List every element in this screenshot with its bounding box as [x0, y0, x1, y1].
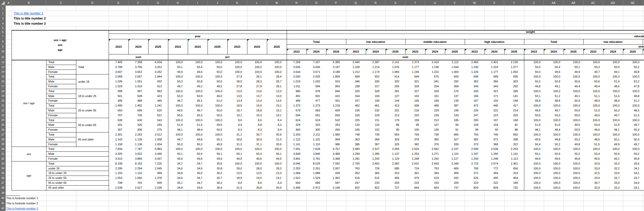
data-cell[interactable]: 205 — [445, 180, 465, 185]
data-cell[interactable]: 13,3 — [267, 171, 287, 176]
data-cell[interactable]: 276 — [445, 89, 465, 94]
data-cell[interactable]: 225 — [346, 118, 366, 123]
data-cell[interactable]: 137 — [445, 94, 465, 99]
data-cell[interactable]: 222 — [484, 108, 504, 113]
data-cell[interactable]: 100,0 — [247, 161, 267, 166]
data-cell[interactable]: 2.262 — [128, 132, 148, 137]
data-cell[interactable]: 737 — [445, 185, 465, 190]
data-cell[interactable]: 32,5 — [583, 171, 603, 176]
data-cell[interactable]: 3.446 — [148, 151, 168, 156]
data-cell[interactable]: 1.039 — [109, 79, 128, 84]
data-cell[interactable]: 346 — [346, 79, 366, 84]
data-cell[interactable]: 1.553 — [109, 176, 128, 180]
data-cell[interactable]: 660 — [504, 132, 524, 137]
select-all-corner[interactable] — [0, 0, 6, 6]
data-cell[interactable]: 378 — [405, 137, 425, 142]
data-cell[interactable]: 8,6 — [247, 180, 267, 185]
data-cell[interactable]: 2.715 — [465, 161, 484, 166]
data-cell[interactable]: 1.011 — [287, 84, 306, 89]
data-cell[interactable]: 49,7 — [583, 70, 603, 74]
stub-cell[interactable]: Total — [46, 147, 109, 151]
data-cell[interactable]: 2.068 — [109, 74, 128, 79]
data-cell[interactable]: 34,6 — [168, 166, 188, 171]
data-cell[interactable]: 600 — [445, 74, 465, 79]
data-cell[interactable]: 329 — [425, 89, 445, 94]
year-header-cell[interactable]: 2023 — [465, 49, 484, 54]
data-cell[interactable]: 100,0 — [247, 147, 267, 151]
data-cell[interactable]: 49,7 — [188, 108, 208, 113]
data-cell[interactable]: 33,3 — [603, 185, 623, 190]
data-cell[interactable]: 50,5 — [168, 113, 188, 118]
data-cell[interactable]: 2.237 — [445, 147, 465, 151]
data-cell[interactable]: 2.045 — [148, 166, 168, 171]
data-cell[interactable]: 308 — [445, 84, 465, 89]
data-cell[interactable]: 2.456 — [465, 60, 484, 65]
data-cell[interactable]: 31,1 — [227, 132, 247, 137]
data-cell[interactable]: 30,8 — [247, 185, 267, 190]
data-cell[interactable]: 986 — [326, 142, 346, 147]
data-cell[interactable]: 100,0 — [267, 70, 287, 74]
data-cell[interactable]: 3.697 — [109, 70, 128, 74]
data-cell[interactable]: 2.349 — [445, 161, 465, 166]
data-cell[interactable]: 1.044 — [445, 65, 465, 70]
row-number-22[interactable]: 22 — [0, 108, 6, 113]
data-cell[interactable]: 1.177 — [405, 65, 425, 70]
data-cell[interactable]: 365 — [366, 171, 386, 176]
data-cell[interactable]: 685 — [386, 166, 405, 171]
row-number-9[interactable]: 9 — [0, 44, 6, 49]
data-cell[interactable]: 1.218 — [326, 103, 346, 108]
data-cell[interactable]: 51,2 — [623, 98, 643, 103]
year-header-cell[interactable]: 2025 — [504, 49, 524, 54]
data-cell[interactable]: 333 — [465, 89, 484, 94]
data-cell[interactable]: 100,0 — [188, 147, 208, 151]
data-cell[interactable]: 376 — [425, 142, 445, 147]
data-cell[interactable]: 508 — [128, 94, 148, 99]
data-cell[interactable]: 13,4 — [247, 98, 267, 103]
data-cell[interactable]: 292 — [445, 79, 465, 84]
data-cell[interactable]: 432 — [445, 176, 465, 180]
data-cell[interactable]: 100,0 — [208, 89, 227, 94]
data-cell[interactable]: 144 — [386, 98, 405, 103]
data-cell[interactable]: 105 — [346, 127, 366, 132]
data-cell[interactable]: 491 — [287, 94, 306, 99]
data-cell[interactable]: 100,0 — [227, 147, 247, 151]
data-cell[interactable]: 13,7 — [247, 94, 267, 99]
data-cell[interactable]: 31,0 — [267, 137, 287, 142]
data-cell[interactable]: 100,0 — [564, 89, 583, 94]
data-cell[interactable]: 214 — [504, 108, 524, 113]
data-cell[interactable]: 1.242 — [366, 156, 386, 161]
data-cell[interactable]: 472 — [465, 103, 484, 108]
data-cell[interactable]: 34,1 — [623, 166, 643, 171]
data-cell[interactable]: 30,7 — [247, 132, 267, 137]
year-header-cell[interactable]: 2023 — [287, 49, 306, 54]
data-cell[interactable]: 461 — [366, 103, 386, 108]
data-cell[interactable]: 50,0 — [524, 65, 544, 70]
data-cell[interactable]: 300 — [306, 127, 326, 132]
stub-cell[interactable]: 18 to under 25 — [46, 171, 109, 176]
data-cell[interactable]: 100,0 — [267, 147, 287, 151]
data-cell[interactable]: 46,6 — [583, 127, 603, 132]
year-header-cell[interactable]: 2023 — [583, 49, 603, 54]
data-cell[interactable]: 48,6 — [603, 84, 623, 89]
column-header-O[interactable]: O — [306, 0, 326, 6]
data-cell[interactable]: 18,7 — [227, 108, 247, 113]
data-cell[interactable]: 736 — [425, 132, 445, 137]
data-cell[interactable]: 189 — [504, 180, 524, 185]
data-cell[interactable]: 496 — [109, 98, 128, 103]
row-number-15[interactable]: 15 — [0, 74, 6, 79]
data-cell[interactable]: 3.251 — [148, 65, 168, 70]
data-cell[interactable]: 2.301 — [109, 132, 128, 137]
data-cell[interactable]: 52,2 — [623, 79, 643, 84]
data-cell[interactable]: 100,0 — [188, 60, 208, 65]
data-cell[interactable]: 415 — [326, 94, 346, 99]
data-cell[interactable]: 100,0 — [564, 118, 583, 123]
stub-cell[interactable]: 25 to under 55 — [46, 176, 109, 180]
data-cell[interactable]: 1.143 — [109, 137, 128, 142]
year-header-cell[interactable]: 2024 — [128, 39, 148, 54]
data-cell[interactable]: 3.841 — [287, 156, 306, 161]
data-cell[interactable]: 694 — [287, 113, 306, 118]
data-cell[interactable]: 19,1 — [267, 108, 287, 113]
data-cell[interactable]: 1.352 — [326, 176, 346, 180]
stub-cell[interactable]: 65 and older — [46, 185, 109, 190]
data-cell[interactable]: 49,1 — [564, 94, 583, 99]
